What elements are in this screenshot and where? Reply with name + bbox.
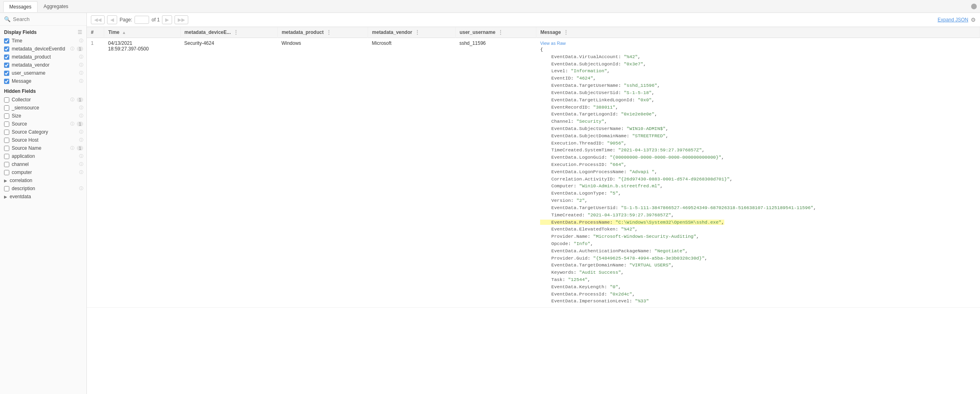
hidden-field-checkbox-4[interactable] <box>4 130 9 135</box>
hidden-fields-list: Collectorⓘ1_siemsourceⓘSizeⓘSourceⓘ1Sour… <box>0 96 86 201</box>
sidebar: 🔍 Display Fields ☰ Timeⓘmetadata_deviceE… <box>0 13 87 394</box>
hidden-field-count-6: 1 <box>77 146 83 151</box>
hidden-field-8: channelⓘ <box>0 160 86 168</box>
hidden-field-label-12: eventdata <box>10 194 83 199</box>
display-fields-list: Timeⓘmetadata_deviceEventIdⓘ1metadata_pr… <box>0 37 86 85</box>
hidden-field-checkbox-11[interactable] <box>4 186 9 191</box>
hidden-field-label-0: Collector <box>12 97 68 103</box>
display-field-count-1: 1 <box>77 46 83 51</box>
display-field-5: Messageⓘ <box>0 77 86 85</box>
display-field-checkbox-4[interactable] <box>4 71 9 76</box>
display-field-info-4[interactable]: ⓘ <box>79 70 83 76</box>
hidden-field-info-11[interactable]: ⓘ <box>79 186 83 191</box>
display-field-2: metadata_productⓘ <box>0 53 86 61</box>
col-metadata-product[interactable]: metadata_product ⋮ <box>278 27 368 38</box>
hidden-field-checkbox-1[interactable] <box>4 105 9 111</box>
hidden-field-info-3[interactable]: ⓘ <box>70 121 74 127</box>
tab-aggregates[interactable]: Aggregates <box>38 1 74 12</box>
display-field-4: user_usernameⓘ <box>0 69 86 77</box>
view-raw-link-0[interactable]: View as Raw <box>540 41 566 46</box>
display-field-info-0[interactable]: ⓘ <box>79 38 83 44</box>
hidden-field-10[interactable]: ▶correlation <box>0 176 86 184</box>
hidden-field-12[interactable]: ▶eventdata <box>0 193 86 201</box>
hidden-field-checkbox-3[interactable] <box>4 122 9 127</box>
col-num: # <box>87 27 104 38</box>
hidden-field-11: descriptionⓘ <box>0 184 86 193</box>
hidden-field-info-2[interactable]: ⓘ <box>79 113 83 119</box>
hidden-field-5: Source Hostⓘ <box>0 136 86 144</box>
hidden-field-checkbox-5[interactable] <box>4 138 9 143</box>
page-total: of 1 <box>151 17 160 23</box>
col-user-username[interactable]: user_username ⋮ <box>455 27 536 38</box>
hidden-field-6: Source Nameⓘ1 <box>0 144 86 152</box>
hidden-field-info-0[interactable]: ⓘ <box>70 97 74 103</box>
hidden-field-checkbox-9[interactable] <box>4 170 9 175</box>
last-page-button[interactable]: ▶▶ <box>175 15 188 24</box>
hidden-field-checkbox-7[interactable] <box>4 154 9 159</box>
hidden-field-info-1[interactable]: ⓘ <box>79 105 83 111</box>
col-metadata-vendor[interactable]: metadata_vendor ⋮ <box>368 27 456 38</box>
col-metadata-device[interactable]: metadata_deviceE... ⋮ <box>180 27 278 38</box>
hidden-field-label-1: _siemsource <box>12 105 77 111</box>
hidden-field-info-9[interactable]: ⓘ <box>79 170 83 175</box>
sidebar-content: Display Fields ☰ Timeⓘmetadata_deviceEve… <box>0 26 86 394</box>
minimize-button[interactable] <box>971 4 977 9</box>
row-metadata-vendor-0: Microsoft <box>368 38 456 308</box>
row-metadata-device-0: Security-4624 <box>180 38 278 308</box>
table-container: # Time ▲ metadata_deviceE... ⋮ metadata_… <box>87 27 980 394</box>
expand-json-button[interactable]: Expand JSON <box>938 17 968 23</box>
display-field-label-0: Time <box>12 38 77 44</box>
hidden-field-9: computerⓘ <box>0 168 86 176</box>
display-field-label-3: metadata_vendor <box>12 62 77 68</box>
hidden-field-checkbox-2[interactable] <box>4 113 9 119</box>
window-controls <box>971 4 977 9</box>
display-field-checkbox-5[interactable] <box>4 79 9 84</box>
hidden-field-label-11: description <box>12 186 77 191</box>
row-time-0: 04/13/2021 18:59:27.397-0500 <box>104 38 180 308</box>
display-fields-title: Display Fields <box>4 29 37 35</box>
display-field-info-2[interactable]: ⓘ <box>79 54 83 60</box>
toolbar: ◀◀ ◀ Page: 1 of 1 ▶ ▶▶ Expand JSON ⚙ <box>87 13 980 27</box>
display-field-checkbox-2[interactable] <box>4 54 9 60</box>
display-field-checkbox-1[interactable] <box>4 46 9 52</box>
hidden-field-info-7[interactable]: ⓘ <box>79 153 83 159</box>
hidden-field-label-3: Source <box>12 121 68 127</box>
hidden-field-count-0: 1 <box>77 97 83 102</box>
main-layout: 🔍 Display Fields ☰ Timeⓘmetadata_deviceE… <box>0 13 980 394</box>
display-field-info-3[interactable]: ⓘ <box>79 62 83 68</box>
hidden-field-count-3: 1 <box>77 122 83 126</box>
hidden-field-info-4[interactable]: ⓘ <box>79 129 83 135</box>
hidden-field-checkbox-6[interactable] <box>4 146 9 151</box>
table-header-row: # Time ▲ metadata_deviceE... ⋮ metadata_… <box>87 27 980 38</box>
display-field-0: Timeⓘ <box>0 37 86 45</box>
hidden-field-checkbox-8[interactable] <box>4 162 9 167</box>
display-fields-icon[interactable]: ☰ <box>78 29 82 35</box>
tab-messages[interactable]: Messages <box>3 1 38 12</box>
search-box: 🔍 <box>0 13 86 26</box>
settings-button[interactable]: ⚙ <box>971 17 976 23</box>
row-message-0: View as Raw{ EventData.VirtualAccount: "… <box>536 38 980 308</box>
prev-page-button[interactable]: ◀ <box>107 15 117 24</box>
search-input[interactable] <box>13 16 82 22</box>
hidden-field-1: _siemsourceⓘ <box>0 104 86 112</box>
first-page-button[interactable]: ◀◀ <box>91 15 105 24</box>
row-metadata-product-0: Windows <box>278 38 368 308</box>
hidden-field-info-8[interactable]: ⓘ <box>79 161 83 167</box>
display-field-checkbox-3[interactable] <box>4 63 9 68</box>
display-field-info-5[interactable]: ⓘ <box>79 78 83 84</box>
next-page-button[interactable]: ▶ <box>162 15 172 24</box>
hidden-field-info-5[interactable]: ⓘ <box>79 137 83 143</box>
display-field-checkbox-0[interactable] <box>4 38 9 44</box>
col-message[interactable]: Message ⋮ <box>536 27 980 38</box>
display-field-label-2: metadata_product <box>12 54 77 60</box>
hidden-field-checkbox-0[interactable] <box>4 97 9 103</box>
hidden-field-info-6[interactable]: ⓘ <box>70 145 74 151</box>
table-row-0: 104/13/2021 18:59:27.397-0500Security-46… <box>87 38 980 308</box>
hidden-field-3: Sourceⓘ1 <box>0 120 86 128</box>
display-field-1: metadata_deviceEventIdⓘ1 <box>0 45 86 53</box>
col-time[interactable]: Time ▲ <box>104 27 180 38</box>
display-field-info-1[interactable]: ⓘ <box>70 46 74 52</box>
hidden-field-0: Collectorⓘ1 <box>0 96 86 104</box>
page-input[interactable]: 1 <box>135 16 149 24</box>
hidden-field-label-6: Source Name <box>12 145 68 151</box>
